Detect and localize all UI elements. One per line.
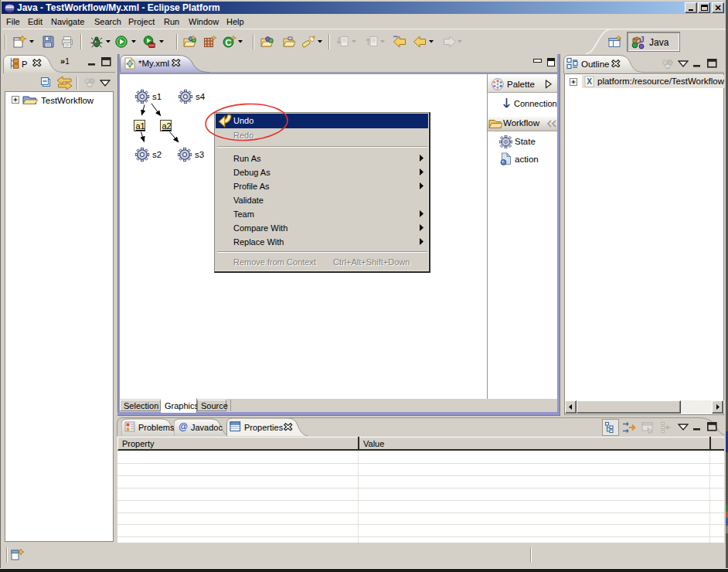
svg-text:a1: a1 <box>136 121 145 131</box>
svg-text:J: J <box>640 36 645 44</box>
svg-text:C: C <box>226 38 232 47</box>
svg-text:s1: s1 <box>152 92 162 101</box>
svg-text:X: X <box>587 77 592 86</box>
svg-text:s2: s2 <box>152 150 162 159</box>
svg-text:a2: a2 <box>162 121 172 131</box>
